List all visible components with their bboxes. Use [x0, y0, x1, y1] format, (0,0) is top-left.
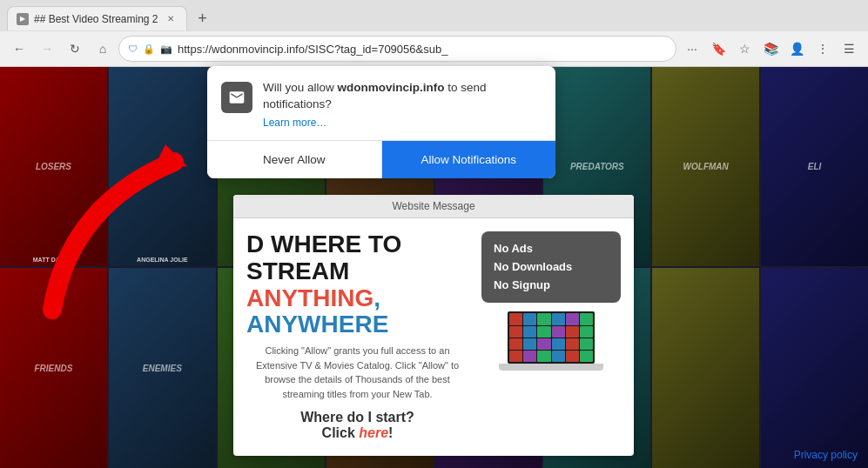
popup-site-name: wdonmovincip.info: [338, 81, 445, 94]
laptop-cell: [580, 326, 593, 338]
website-message-left: D WHERE TO STREAM ANYTHING, ANYWHERE Cli…: [246, 231, 468, 443]
laptop-cell: [523, 326, 536, 338]
laptop-cell: [552, 338, 565, 350]
laptop-cell: [566, 351, 579, 362]
poster-subtitle: ANGELINA JOLIE: [109, 257, 216, 263]
laptop-cell: [523, 313, 536, 324]
website-message-cta: Where do I start? Click here!: [246, 410, 468, 441]
poster-title: FRIENDS: [34, 364, 72, 373]
extension-button[interactable]: ⋮: [811, 37, 835, 61]
nav-right-buttons: ··· 🔖 ☆ 📚 👤 ⋮ ☰: [680, 37, 861, 61]
tab-close-button[interactable]: ✕: [164, 12, 178, 26]
movie-poster: ENEMIES: [109, 268, 216, 468]
no-ads-line3: No Signup: [494, 277, 609, 295]
notification-popup: Will you allow wdonmovincip.info to send…: [207, 66, 555, 178]
title-prefix: D WHERE TO STREAM: [246, 231, 401, 284]
learn-more-link[interactable]: Learn more…: [263, 117, 326, 129]
poster-subtitle: MATT DAMON: [0, 257, 107, 263]
popup-buttons: Never Allow Allow Notifications: [207, 140, 555, 178]
laptop-cell: [552, 313, 565, 324]
laptop-cell: [566, 313, 579, 324]
menu-button[interactable]: ☰: [837, 37, 861, 61]
new-tab-button[interactable]: +: [191, 6, 215, 30]
cta-exclaim: !: [388, 425, 393, 440]
laptop-cell: [580, 338, 593, 350]
movie-poster: WOLFMAN: [652, 66, 759, 266]
shield-icon: 🛡: [128, 43, 138, 54]
laptop-cell: [566, 338, 579, 350]
url-text: https://wdonmovincip.info/SISC?tag_id=70…: [178, 43, 667, 56]
forward-button[interactable]: →: [35, 37, 59, 61]
poster-title: ENEMIES: [143, 364, 182, 373]
website-message-body: D WHERE TO STREAM ANYTHING, ANYWHERE Cli…: [233, 218, 634, 456]
laptop-cell: [509, 313, 522, 324]
cta-link: Click: [322, 425, 360, 440]
tab-bar: ▶ ## Best Video Streaming 2 ✕ +: [0, 0, 868, 31]
lock-icon: 🔒: [143, 43, 155, 55]
sync-button[interactable]: 👤: [784, 37, 809, 61]
home-button[interactable]: ⌂: [91, 37, 115, 61]
laptop-cell: [523, 351, 536, 362]
laptop-base: [499, 364, 603, 371]
laptop-cell: [580, 351, 593, 362]
address-bar[interactable]: 🛡 🔒 📷 https://wdonmovincip.info/SISC?tag…: [118, 36, 676, 62]
laptop-cell: [552, 351, 565, 362]
movie-poster: [761, 268, 868, 468]
refresh-button[interactable]: ↻: [63, 37, 87, 61]
website-message-box: Website Message D WHERE TO STREAM ANYTHI…: [233, 195, 634, 456]
movie-poster: SALT ANGELINA JOLIE: [109, 66, 216, 266]
website-message-right: No Ads No Downloads No Signup: [481, 231, 621, 443]
laptop-cell: [537, 313, 550, 324]
laptop-cell: [537, 338, 550, 350]
no-ads-line1: No Ads: [494, 240, 609, 258]
never-allow-button[interactable]: Never Allow: [207, 141, 382, 178]
no-ads-box: No Ads No Downloads No Signup: [481, 231, 621, 303]
laptop-cell: [509, 338, 522, 350]
nav-bar: ← → ↻ ⌂ 🛡 🔒 📷 https://wdonmovincip.info/…: [0, 31, 868, 66]
bell-icon: [228, 89, 246, 106]
laptop-cell: [509, 326, 522, 338]
popup-header: Will you allow wdonmovincip.info to send…: [207, 66, 555, 140]
website-message-header: Website Message: [233, 195, 634, 218]
poster-title: PREDATORS: [570, 162, 624, 171]
camera-icon: 📷: [160, 43, 172, 55]
poster-title: LOSERS: [36, 162, 71, 171]
website-message-desc: Clicking "Allow" grants you full access …: [246, 344, 468, 401]
active-tab[interactable]: ▶ ## Best Video Streaming 2 ✕: [7, 6, 187, 30]
laptop-cell: [523, 338, 536, 350]
popup-question: Will you allow wdonmovincip.info to send…: [263, 80, 542, 113]
poster-title: SALT: [151, 162, 173, 171]
poster-title: ELI: [808, 162, 822, 171]
website-message-title: D WHERE TO STREAM ANYTHING, ANYWHERE: [246, 231, 468, 338]
poster-title: WOLFMAN: [683, 162, 729, 171]
movie-poster: FRIENDS: [0, 268, 107, 468]
bookmarks-icon[interactable]: 🔖: [706, 37, 730, 61]
allow-notifications-button[interactable]: Allow Notifications: [382, 141, 556, 178]
more-button[interactable]: ···: [680, 37, 704, 61]
laptop-cell: [537, 326, 550, 338]
browser-chrome: ▶ ## Best Video Streaming 2 ✕ + ← → ↻ ⌂ …: [0, 0, 868, 67]
back-button[interactable]: ←: [7, 37, 31, 61]
movie-poster: ELI: [761, 66, 868, 266]
cta-text: Where do I start?: [300, 410, 414, 425]
tab-favicon: ▶: [17, 13, 29, 25]
popup-question-prefix: Will you allow: [263, 81, 338, 94]
notification-icon: [221, 82, 252, 113]
title-highlight: ANYTHING: [246, 284, 373, 311]
laptop-screen: [508, 311, 595, 364]
movie-poster: LOSERS MATT DAMON: [0, 66, 107, 266]
laptop-container: [499, 311, 603, 371]
movie-poster: [652, 268, 759, 468]
laptop-cell: [566, 326, 579, 338]
laptop-cell: [580, 313, 593, 324]
cta-here[interactable]: here: [359, 425, 388, 440]
star-button[interactable]: ☆: [732, 37, 757, 61]
tab-title: ## Best Video Streaming 2: [34, 13, 158, 25]
privacy-policy-link[interactable]: Privacy policy: [794, 449, 858, 461]
no-ads-line2: No Downloads: [494, 258, 609, 277]
laptop-cell: [537, 351, 550, 362]
laptop-cell: [509, 351, 522, 362]
library-button[interactable]: 📚: [758, 37, 783, 61]
laptop-cell: [552, 326, 565, 338]
popup-text-content: Will you allow wdonmovincip.info to send…: [263, 80, 542, 130]
